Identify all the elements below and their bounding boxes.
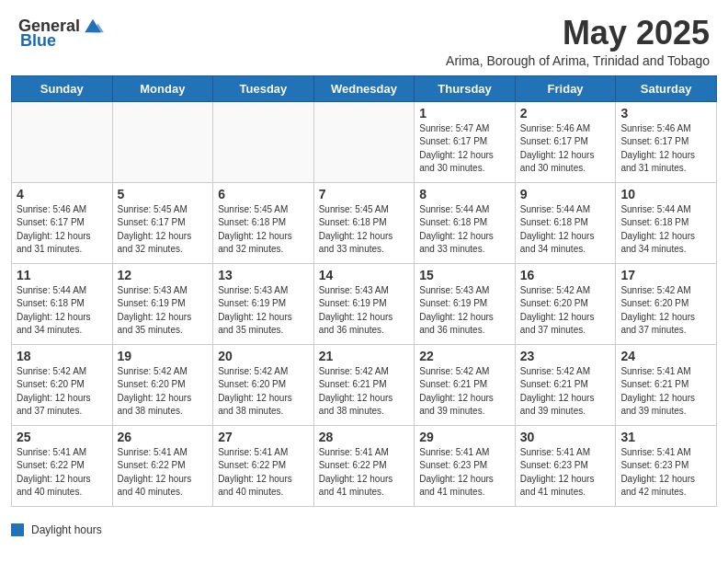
cal-cell: 2Sunrise: 5:46 AM Sunset: 6:17 PM Daylig… (515, 101, 616, 182)
cal-cell: 6Sunrise: 5:45 AM Sunset: 6:18 PM Daylig… (213, 182, 314, 263)
logo: General Blue (18, 15, 104, 51)
cal-cell: 15Sunrise: 5:43 AM Sunset: 6:19 PM Dayli… (415, 263, 516, 344)
cal-cell: 19Sunrise: 5:42 AM Sunset: 6:20 PM Dayli… (112, 344, 213, 425)
cell-info: Sunrise: 5:41 AM Sunset: 6:22 PM Dayligh… (218, 446, 309, 500)
cal-cell: 24Sunrise: 5:41 AM Sunset: 6:21 PM Dayli… (616, 344, 717, 425)
day-number: 11 (17, 268, 108, 282)
cal-cell: 12Sunrise: 5:43 AM Sunset: 6:19 PM Dayli… (112, 263, 213, 344)
cell-info: Sunrise: 5:41 AM Sunset: 6:23 PM Dayligh… (419, 446, 510, 500)
cal-cell: 8Sunrise: 5:44 AM Sunset: 6:18 PM Daylig… (415, 182, 516, 263)
cal-cell: 26Sunrise: 5:41 AM Sunset: 6:22 PM Dayli… (112, 425, 213, 506)
cell-info: Sunrise: 5:42 AM Sunset: 6:20 PM Dayligh… (17, 365, 108, 419)
cell-info: Sunrise: 5:45 AM Sunset: 6:18 PM Dayligh… (319, 203, 410, 257)
legend-label: Daylight hours (31, 523, 102, 536)
day-number: 29 (419, 430, 510, 444)
cell-info: Sunrise: 5:41 AM Sunset: 6:21 PM Dayligh… (620, 365, 711, 419)
day-number: 3 (620, 106, 711, 121)
cell-info: Sunrise: 5:42 AM Sunset: 6:20 PM Dayligh… (118, 365, 209, 419)
cell-info: Sunrise: 5:43 AM Sunset: 6:19 PM Dayligh… (319, 284, 410, 338)
calendar-body: 1Sunrise: 5:47 AM Sunset: 6:17 PM Daylig… (12, 101, 717, 506)
cal-cell: 4Sunrise: 5:46 AM Sunset: 6:17 PM Daylig… (12, 182, 113, 263)
day-number: 31 (620, 430, 711, 444)
cell-info: Sunrise: 5:43 AM Sunset: 6:19 PM Dayligh… (218, 284, 309, 338)
cal-cell: 13Sunrise: 5:43 AM Sunset: 6:19 PM Dayli… (213, 263, 314, 344)
cell-info: Sunrise: 5:42 AM Sunset: 6:20 PM Dayligh… (520, 284, 611, 338)
cal-cell: 29Sunrise: 5:41 AM Sunset: 6:23 PM Dayli… (415, 425, 516, 506)
day-header-friday: Friday (515, 75, 616, 101)
cell-info: Sunrise: 5:41 AM Sunset: 6:22 PM Dayligh… (319, 446, 410, 500)
cal-cell: 31Sunrise: 5:41 AM Sunset: 6:23 PM Dayli… (616, 425, 717, 506)
day-number: 5 (118, 187, 209, 201)
location-subtitle: Arima, Borough of Arima, Trinidad and To… (446, 53, 710, 68)
cell-info: Sunrise: 5:44 AM Sunset: 6:18 PM Dayligh… (520, 203, 611, 257)
day-number: 28 (319, 430, 410, 444)
day-number: 14 (319, 268, 410, 282)
cell-info: Sunrise: 5:43 AM Sunset: 6:19 PM Dayligh… (118, 284, 209, 338)
cell-info: Sunrise: 5:46 AM Sunset: 6:17 PM Dayligh… (17, 203, 108, 257)
cal-cell: 25Sunrise: 5:41 AM Sunset: 6:22 PM Dayli… (12, 425, 113, 506)
day-number: 23 (520, 349, 611, 363)
cell-info: Sunrise: 5:44 AM Sunset: 6:18 PM Dayligh… (620, 203, 711, 257)
day-number: 10 (620, 187, 711, 201)
day-number: 7 (319, 187, 410, 201)
cal-cell: 21Sunrise: 5:42 AM Sunset: 6:21 PM Dayli… (313, 344, 415, 425)
day-number: 22 (419, 349, 510, 363)
title-section: May 2025 Arima, Borough of Arima, Trinid… (446, 15, 710, 68)
cal-cell: 16Sunrise: 5:42 AM Sunset: 6:20 PM Dayli… (515, 263, 616, 344)
cell-info: Sunrise: 5:42 AM Sunset: 6:21 PM Dayligh… (319, 365, 410, 419)
day-number: 8 (419, 187, 510, 201)
day-number: 27 (218, 430, 309, 444)
cal-cell: 3Sunrise: 5:46 AM Sunset: 6:17 PM Daylig… (616, 101, 717, 182)
cell-info: Sunrise: 5:41 AM Sunset: 6:22 PM Dayligh… (118, 446, 209, 500)
day-header-monday: Monday (112, 75, 213, 101)
calendar-container: SundayMondayTuesdayWednesdayThursdayFrid… (0, 72, 728, 518)
week-row-5: 25Sunrise: 5:41 AM Sunset: 6:22 PM Dayli… (12, 425, 717, 506)
cal-cell: 9Sunrise: 5:44 AM Sunset: 6:18 PM Daylig… (515, 182, 616, 263)
cal-cell (112, 101, 213, 182)
cell-info: Sunrise: 5:46 AM Sunset: 6:17 PM Dayligh… (520, 122, 611, 176)
cal-cell: 14Sunrise: 5:43 AM Sunset: 6:19 PM Dayli… (313, 263, 415, 344)
day-number: 26 (118, 430, 209, 444)
day-header-saturday: Saturday (616, 75, 717, 101)
cal-cell: 17Sunrise: 5:42 AM Sunset: 6:20 PM Dayli… (616, 263, 717, 344)
day-number: 17 (620, 268, 711, 282)
cell-info: Sunrise: 5:45 AM Sunset: 6:17 PM Dayligh… (118, 203, 209, 257)
cell-info: Sunrise: 5:47 AM Sunset: 6:17 PM Dayligh… (419, 122, 510, 176)
legend-color-box (11, 523, 24, 536)
cell-info: Sunrise: 5:44 AM Sunset: 6:18 PM Dayligh… (419, 203, 510, 257)
day-number: 24 (620, 349, 711, 363)
day-number: 21 (319, 349, 410, 363)
cal-cell: 18Sunrise: 5:42 AM Sunset: 6:20 PM Dayli… (12, 344, 113, 425)
cal-cell: 1Sunrise: 5:47 AM Sunset: 6:17 PM Daylig… (415, 101, 516, 182)
cell-info: Sunrise: 5:41 AM Sunset: 6:22 PM Dayligh… (17, 446, 108, 500)
cal-cell (313, 101, 415, 182)
cell-info: Sunrise: 5:43 AM Sunset: 6:19 PM Dayligh… (419, 284, 510, 338)
day-number: 18 (17, 349, 108, 363)
cal-cell: 30Sunrise: 5:41 AM Sunset: 6:23 PM Dayli… (515, 425, 616, 506)
logo-blue: Blue (20, 31, 56, 51)
day-number: 16 (520, 268, 611, 282)
day-header-tuesday: Tuesday (213, 75, 314, 101)
day-number: 30 (520, 430, 611, 444)
day-number: 15 (419, 268, 510, 282)
cell-info: Sunrise: 5:45 AM Sunset: 6:18 PM Dayligh… (218, 203, 309, 257)
cell-info: Sunrise: 5:44 AM Sunset: 6:18 PM Dayligh… (17, 284, 108, 338)
calendar-header-row: SundayMondayTuesdayWednesdayThursdayFrid… (12, 75, 717, 101)
cell-info: Sunrise: 5:42 AM Sunset: 6:20 PM Dayligh… (218, 365, 309, 419)
legend: Daylight hours (0, 518, 728, 544)
cal-cell: 5Sunrise: 5:45 AM Sunset: 6:17 PM Daylig… (112, 182, 213, 263)
cell-info: Sunrise: 5:42 AM Sunset: 6:20 PM Dayligh… (620, 284, 711, 338)
week-row-1: 1Sunrise: 5:47 AM Sunset: 6:17 PM Daylig… (12, 101, 717, 182)
cal-cell: 11Sunrise: 5:44 AM Sunset: 6:18 PM Dayli… (12, 263, 113, 344)
cell-info: Sunrise: 5:42 AM Sunset: 6:21 PM Dayligh… (520, 365, 611, 419)
cal-cell: 20Sunrise: 5:42 AM Sunset: 6:20 PM Dayli… (213, 344, 314, 425)
day-number: 1 (419, 106, 510, 121)
cell-info: Sunrise: 5:41 AM Sunset: 6:23 PM Dayligh… (620, 446, 711, 500)
week-row-3: 11Sunrise: 5:44 AM Sunset: 6:18 PM Dayli… (12, 263, 717, 344)
day-number: 2 (520, 106, 611, 121)
day-number: 25 (17, 430, 108, 444)
cal-cell: 10Sunrise: 5:44 AM Sunset: 6:18 PM Dayli… (616, 182, 717, 263)
day-header-thursday: Thursday (415, 75, 516, 101)
logo-icon (82, 15, 104, 37)
day-number: 12 (118, 268, 209, 282)
